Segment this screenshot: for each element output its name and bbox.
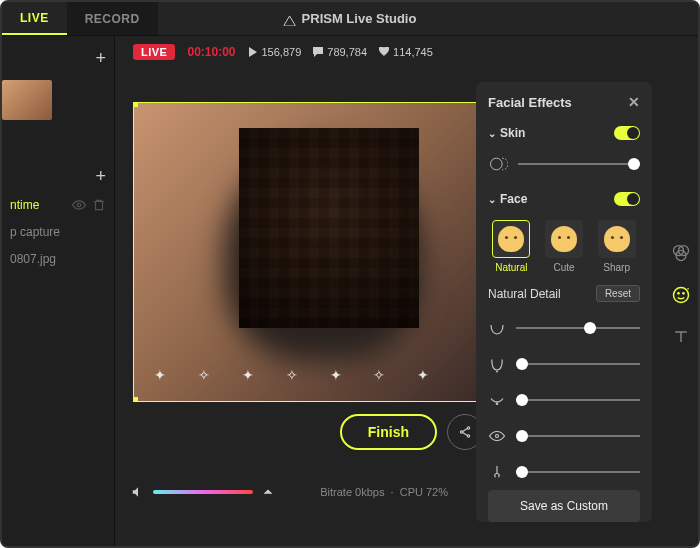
- like-count: 114,745: [379, 46, 433, 58]
- resize-handle[interactable]: [133, 102, 138, 107]
- volume-icon[interactable]: [131, 485, 145, 499]
- face-preset-natural[interactable]: Natural: [488, 220, 535, 273]
- face-preset-list: Natural Cute Sharp: [488, 220, 640, 273]
- svg-point-6: [496, 403, 498, 405]
- text-overlay-icon[interactable]: [670, 326, 692, 348]
- source-label: ntime: [10, 198, 39, 212]
- svg-point-11: [674, 288, 689, 303]
- sidebar: + + ntime p capture 0807.jpg: [2, 36, 115, 546]
- svg-point-12: [678, 293, 679, 294]
- mode-tabs: LIVE RECORD: [2, 2, 158, 35]
- app-window: LIVE RECORD PRISM Live Studio + + ntime …: [0, 0, 700, 548]
- svg-point-5: [497, 371, 498, 372]
- like-count-value: 114,745: [393, 46, 433, 58]
- detail-eye: [488, 427, 640, 445]
- svg-point-13: [683, 293, 684, 294]
- face-icon: [604, 226, 630, 252]
- svg-point-4: [491, 158, 503, 170]
- save-custom-button[interactable]: Save as Custom: [488, 490, 640, 522]
- app-header: LIVE RECORD PRISM Live Studio: [2, 2, 698, 36]
- comment-count: 789,784: [313, 46, 367, 58]
- source-row[interactable]: 0807.jpg: [2, 246, 114, 272]
- play-count-value: 156,879: [262, 46, 302, 58]
- svg-point-2: [460, 431, 462, 433]
- elapsed-time: 00:10:00: [187, 45, 235, 59]
- mouth-slider[interactable]: [516, 399, 640, 401]
- face-preset-label: Sharp: [593, 262, 640, 273]
- skin-smoothing-icon: [488, 154, 508, 174]
- finish-row: Finish: [133, 414, 483, 450]
- prism-logo-icon: [284, 14, 296, 24]
- detail-jaw: [488, 319, 640, 337]
- nose-slider[interactable]: [516, 471, 640, 473]
- tab-live[interactable]: LIVE: [2, 2, 67, 35]
- comment-count-value: 789,784: [327, 46, 367, 58]
- panel-title: Facial Effects: [488, 95, 572, 110]
- eye-slider[interactable]: [516, 435, 640, 437]
- facial-effects-panel: Facial Effects ✕ ⌄Skin ⌄Face Natural Cut…: [476, 82, 652, 522]
- skin-slider[interactable]: [518, 163, 640, 165]
- app-title: PRISM Live Studio: [284, 11, 417, 26]
- resize-handle[interactable]: [133, 397, 138, 402]
- svg-point-3: [467, 435, 469, 437]
- chin-slider[interactable]: [516, 363, 640, 365]
- svg-point-7: [496, 435, 499, 438]
- detail-chin: [488, 355, 640, 373]
- face-preset-label: Cute: [541, 262, 588, 273]
- right-tool-rail: [670, 242, 692, 348]
- face-toggle[interactable]: [614, 192, 640, 206]
- face-section-label: Face: [500, 192, 527, 206]
- skin-toggle[interactable]: [614, 126, 640, 140]
- live-badge: LIVE: [133, 44, 175, 60]
- volume-slider[interactable]: [153, 490, 253, 494]
- face-icon: [498, 226, 524, 252]
- play-count: 156,879: [248, 46, 302, 58]
- preview-canvas[interactable]: [133, 102, 483, 402]
- facial-effects-icon[interactable]: [670, 284, 692, 306]
- nose-icon: [488, 463, 506, 481]
- face-blur-region: [239, 128, 419, 328]
- face-icon: [551, 226, 577, 252]
- bitrate-readout: Bitrate 0kbps: [320, 486, 384, 498]
- jaw-icon: [488, 319, 506, 337]
- chin-icon: [488, 355, 506, 373]
- source-row[interactable]: ntime: [2, 192, 114, 218]
- source-row[interactable]: p capture: [2, 219, 114, 245]
- detail-nose: [488, 463, 640, 481]
- scene-thumbnail[interactable]: [2, 80, 52, 120]
- face-preset-cute[interactable]: Cute: [541, 220, 588, 273]
- face-preset-label: Natural: [488, 262, 535, 273]
- finish-button[interactable]: Finish: [340, 414, 437, 450]
- detail-mouth: [488, 391, 640, 409]
- skin-section-label: Skin: [500, 126, 525, 140]
- close-icon[interactable]: ✕: [628, 94, 640, 110]
- add-source-button[interactable]: +: [95, 166, 106, 187]
- jaw-slider[interactable]: [516, 327, 640, 329]
- delete-icon[interactable]: [92, 198, 106, 212]
- face-preset-sharp[interactable]: Sharp: [593, 220, 640, 273]
- stream-stats-bar: LIVE 00:10:00 156,879 789,784 114,745: [115, 36, 698, 68]
- reset-button[interactable]: Reset: [596, 285, 640, 302]
- volume-expand-icon[interactable]: [261, 485, 275, 499]
- visibility-icon[interactable]: [72, 198, 86, 212]
- add-scene-button[interactable]: +: [95, 48, 106, 69]
- color-filter-icon[interactable]: [670, 242, 692, 264]
- tab-record[interactable]: RECORD: [67, 2, 158, 35]
- chevron-down-icon[interactable]: ⌄: [488, 128, 496, 139]
- detail-title: Natural Detail: [488, 287, 561, 301]
- app-title-text: PRISM Live Studio: [302, 11, 417, 26]
- svg-point-1: [467, 427, 469, 429]
- svg-point-0: [77, 203, 81, 207]
- cpu-readout: CPU 72%: [400, 486, 448, 498]
- mouth-icon: [488, 391, 506, 409]
- eye-icon: [488, 427, 506, 445]
- chevron-down-icon[interactable]: ⌄: [488, 194, 496, 205]
